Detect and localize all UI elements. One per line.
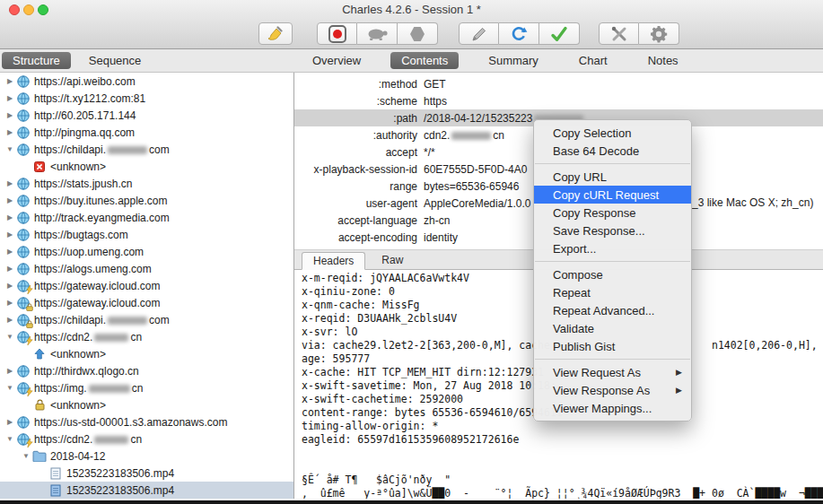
tree-item[interactable]: ▶https://us-std-00001.s3.amazonaws.com <box>0 413 293 430</box>
tab-summary[interactable]: Summary <box>477 52 549 69</box>
menu-item-copy-response[interactable]: Copy Response <box>534 204 691 222</box>
expand-arrow-icon[interactable]: ▶ <box>4 282 16 290</box>
close-window-icon[interactable] <box>9 4 20 15</box>
menu-item-repeat-advanced[interactable]: Repeat Advanced... <box>534 301 691 319</box>
header-value: */* <box>417 146 435 159</box>
tree-item[interactable]: ▶https://t.xy1212.com:81 <box>0 90 293 107</box>
tab-notes[interactable]: Notes <box>637 52 689 69</box>
header-value-continued: _3 like Mac OS X; zh_cn) <box>692 195 813 212</box>
expand-arrow-icon[interactable]: ▶ <box>4 316 16 324</box>
expand-arrow-icon[interactable]: ▶ <box>4 128 16 136</box>
subtab-raw[interactable]: Raw <box>371 251 414 269</box>
menu-item-repeat[interactable]: Repeat <box>534 283 691 301</box>
collapse-arrow-icon[interactable]: ▼ <box>4 435 16 443</box>
expand-arrow-icon[interactable]: ▶ <box>4 418 16 426</box>
tab-chart[interactable]: Chart <box>568 52 618 69</box>
menu-item-copy-selection[interactable]: Copy Selection <box>534 124 691 142</box>
expand-arrow-icon[interactable]: ▶ <box>4 111 16 119</box>
tree-item[interactable]: ▶http://track.eyangmedia.com <box>0 209 293 226</box>
tree-item[interactable]: <unknown> <box>0 158 293 175</box>
tree-item[interactable]: <unknown> <box>0 396 293 413</box>
menu-item-publish-gist[interactable]: Publish Gist <box>534 337 691 355</box>
compose-pencil-icon <box>470 25 488 43</box>
collapse-arrow-icon[interactable]: ▼ <box>4 145 16 153</box>
menu-item-view-request-as[interactable]: View Request As▶ <box>534 363 691 381</box>
validate-button[interactable] <box>539 22 580 45</box>
tree-item[interactable]: ▶https://api.weibo.com <box>0 73 293 90</box>
folder-icon <box>32 449 47 463</box>
expand-arrow-icon[interactable]: ▶ <box>4 230 16 239</box>
menu-item-save-response[interactable]: Save Response... <box>534 222 691 239</box>
tree-item[interactable]: ▶https://gateway.icloud.com <box>0 277 293 294</box>
clear-session-button[interactable] <box>258 22 293 45</box>
menu-item-compose[interactable]: Compose <box>534 265 691 283</box>
expand-arrow-icon[interactable]: ▶ <box>4 299 16 307</box>
menu-item-base-64-decode[interactable]: Base 64 Decode <box>534 142 691 160</box>
tree-item[interactable]: ▶https://buy.itunes.apple.com <box>0 192 293 209</box>
tools-button[interactable] <box>599 22 639 45</box>
tree-item[interactable]: ▶https://gateway.icloud.com <box>0 294 293 311</box>
tree-item[interactable]: ▶https://stats.jpush.cn <box>0 175 293 192</box>
globe-icon <box>16 143 31 156</box>
throttle-button[interactable] <box>357 22 398 45</box>
broom-icon <box>265 25 286 43</box>
tree-item[interactable]: ▼https://childapi.com <box>0 141 293 158</box>
collapse-arrow-icon[interactable]: ▼ <box>4 333 16 341</box>
window-bottom-edge <box>0 500 823 504</box>
tree-item[interactable]: ▼2018-04-12 <box>0 448 293 465</box>
compose-button[interactable] <box>459 22 499 45</box>
menu-item-export[interactable]: Export... <box>534 239 691 257</box>
tab-overview[interactable]: Overview <box>302 52 372 69</box>
sidebar-tab-structure[interactable]: Structure <box>2 52 71 69</box>
menu-item-validate[interactable]: Validate <box>534 319 691 337</box>
main-tabs: OverviewContentsSummaryChartNotes <box>294 52 689 69</box>
sidebar-tab-sequence[interactable]: Sequence <box>78 52 153 69</box>
menu-item-view-response-as[interactable]: View Response As▶ <box>534 381 691 399</box>
tree-item[interactable]: <unknown> <box>0 345 293 362</box>
bolt-overlay-icon <box>26 387 33 396</box>
tree-item[interactable]: ▼https://cdn2.cn <box>0 430 293 448</box>
request-header-row[interactable]: :methodGET <box>294 75 823 92</box>
expand-arrow-icon[interactable]: ▶ <box>4 196 16 204</box>
expand-arrow-icon[interactable]: ▶ <box>4 248 16 256</box>
menu-separator <box>535 359 690 360</box>
header-name: accept-encoding <box>294 231 417 244</box>
repeat-button[interactable] <box>499 22 539 45</box>
tab-contents[interactable]: Contents <box>390 52 459 69</box>
tree-item[interactable]: ▶http://pingma.qq.com <box>0 124 293 141</box>
breakpoints-button[interactable] <box>398 22 438 45</box>
settings-button[interactable] <box>639 22 679 45</box>
menu-item-copy-url[interactable]: Copy URL <box>534 168 691 186</box>
globe-icon <box>16 177 31 190</box>
header-value: identity <box>417 231 458 244</box>
zoom-window-icon[interactable] <box>38 4 48 15</box>
menu-item-copy-curl-request[interactable]: Copy cURL Request <box>534 186 691 204</box>
expand-arrow-icon[interactable]: ▶ <box>4 367 16 375</box>
header-name: accept-language <box>294 214 417 227</box>
globe-icon <box>16 296 31 309</box>
record-button[interactable] <box>317 22 357 45</box>
request-header-row[interactable]: :schemehttps <box>294 92 823 109</box>
tree-item[interactable]: ▼https://img.cn <box>0 379 293 396</box>
expand-arrow-icon[interactable]: ▶ <box>4 265 16 273</box>
tree-item[interactable]: ▶https://alogs.umeng.com <box>0 260 293 277</box>
tree-item[interactable]: 15235223183506.mp4 <box>0 482 293 499</box>
collapse-arrow-icon[interactable]: ▼ <box>20 452 32 460</box>
collapse-arrow-icon[interactable]: ▼ <box>4 384 16 392</box>
tree-item[interactable]: ▶https://uop.umeng.com <box>0 243 293 260</box>
tree-item[interactable]: ▶https://bugtags.com <box>0 226 293 243</box>
expand-arrow-icon[interactable]: ▶ <box>4 77 16 85</box>
minimize-window-icon[interactable] <box>23 4 34 15</box>
menu-item-viewer-mappings[interactable]: Viewer Mappings... <box>534 399 691 417</box>
tree-item[interactable]: ▶http://60.205.171.144 <box>0 107 293 124</box>
expand-arrow-icon[interactable]: ▶ <box>4 94 16 102</box>
tree-item[interactable]: 15235223183506.mp4 <box>0 465 293 482</box>
titlebar: Charles 4.2.6 - Session 1 * <box>0 0 823 20</box>
subtab-headers[interactable]: Headers <box>302 252 365 270</box>
expand-arrow-icon[interactable]: ▶ <box>4 179 16 187</box>
redacted-text <box>108 317 147 325</box>
tree-item[interactable]: ▶http://thirdwx.qlogo.cn <box>0 362 293 379</box>
tree-item[interactable]: ▶https://childapi.com <box>0 311 293 328</box>
tree-item[interactable]: ▼https://cdn2.cn <box>0 328 293 345</box>
expand-arrow-icon[interactable]: ▶ <box>4 213 16 222</box>
